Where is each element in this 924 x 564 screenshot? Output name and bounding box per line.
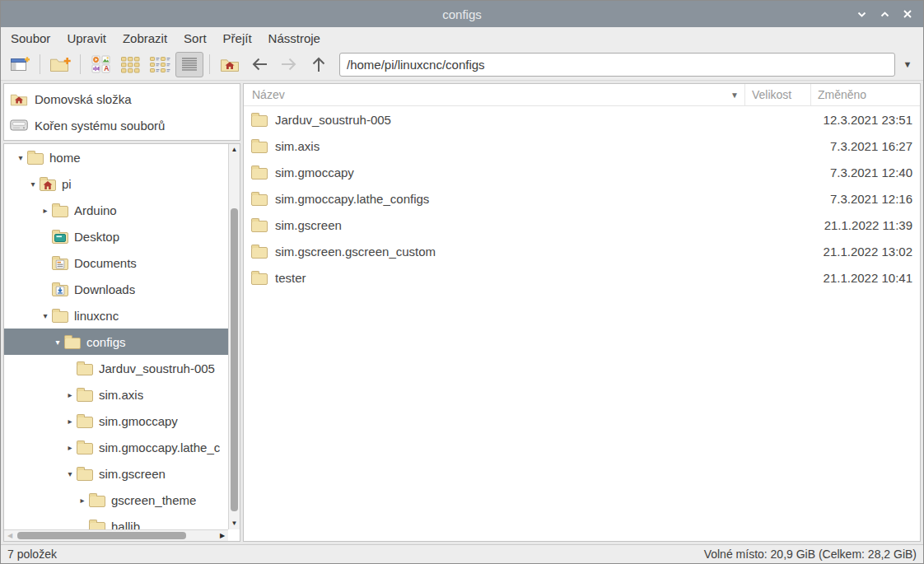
menu-item-zobrazit[interactable]: Zobrazit — [114, 29, 175, 48]
new-window-button[interactable] — [6, 52, 34, 77]
file-row-jarduv-soustruh-005[interactable]: Jarduv_soustruh-00512.3.2021 23:51 — [244, 106, 920, 133]
folder-icon — [77, 469, 93, 481]
vertical-scrollbar-thumb[interactable] — [231, 208, 238, 511]
file-row-tester[interactable]: tester21.1.2022 10:41 — [244, 264, 920, 291]
menu-item-prejit[interactable]: Přejít — [215, 29, 260, 48]
expander-collapsed-icon[interactable]: ▸ — [39, 206, 52, 215]
maximize-button[interactable] — [875, 5, 894, 23]
tree-item-downloads[interactable]: Downloads — [4, 276, 228, 302]
places-list: Domovská složkaKořen systému souborů — [3, 83, 240, 141]
icon-view-icon — [120, 55, 140, 73]
tree-item-label: configs — [86, 335, 126, 349]
column-header-name[interactable]: Název ▼ — [244, 84, 745, 105]
folder-icon — [52, 206, 68, 217]
tree-item-documents[interactable]: Documents — [4, 249, 228, 276]
file-rows: Jarduv_soustruh-00512.3.2021 23:51sim.ax… — [244, 106, 920, 541]
file-row-sim-gscreen[interactable]: sim.gscreen21.1.2022 11:39 — [244, 212, 920, 238]
maximize-icon — [880, 10, 890, 19]
tree-item-sim-axis[interactable]: ▸sim.axis — [4, 381, 228, 408]
column-header-modified[interactable]: Změněno — [811, 84, 920, 105]
horizontal-scrollbar-thumb[interactable] — [17, 532, 186, 539]
tree-item-gscreen-theme[interactable]: ▸gscreen_theme — [4, 487, 228, 513]
menu-item-soubor[interactable]: Soubor — [2, 29, 58, 48]
folder-icon — [77, 390, 93, 402]
tree-item-home[interactable]: ▾home — [4, 144, 228, 170]
tree-item-label: Downloads — [74, 282, 135, 296]
detail-view-button[interactable] — [175, 52, 203, 77]
folder-icon — [251, 115, 268, 127]
file-row-sim-gmoccapy[interactable]: sim.gmoccapy7.3.2021 12:40 — [244, 159, 920, 185]
menu-item-sort[interactable]: Sort — [175, 29, 215, 48]
path-dropdown-button[interactable]: ▼ — [897, 53, 918, 77]
expander-expanded-icon[interactable]: ▾ — [14, 153, 27, 162]
thumbnail-view-icon: A — [91, 55, 110, 73]
menu-item-nasstroje[interactable]: Násstroje — [260, 29, 329, 48]
tree-item-pi[interactable]: ▾pi — [4, 170, 228, 197]
emblem-home — [44, 181, 53, 189]
file-name-label: sim.axis — [275, 139, 320, 153]
tree-item-sim-gscreen[interactable]: ▾sim.gscreen — [4, 460, 228, 487]
home-button[interactable] — [216, 52, 244, 77]
column-header-name-label: Název — [252, 88, 285, 101]
expander-collapsed-icon[interactable]: ▸ — [63, 417, 77, 426]
folder-icon — [77, 364, 93, 375]
expander-expanded-icon[interactable]: ▾ — [39, 311, 52, 320]
compact-view-icon — [149, 55, 170, 73]
file-modified-cell: 7.3.2021 16:27 — [811, 139, 920, 153]
tree-horizontal-scrollbar[interactable]: ◀ ▶ — [4, 529, 228, 541]
up-button[interactable] — [305, 52, 333, 77]
tree-item-desktop[interactable]: Desktop — [4, 223, 228, 249]
tree-item-label: gscreen_theme — [111, 493, 196, 507]
file-modified-cell: 12.3.2021 23:51 — [811, 113, 920, 127]
toolbar-separator — [209, 54, 210, 74]
tree-item-jarduv-soustruh-005[interactable]: Jarduv_soustruh-005 — [4, 355, 228, 381]
column-header-modified-label: Změněno — [818, 88, 866, 101]
file-manager-window: configs SouborUpravitZobrazitSortPřejítN… — [0, 0, 924, 564]
file-row-sim-gscreen-gscreen-custom[interactable]: sim.gscreen.gscreen_custom21.1.2022 13:0… — [244, 238, 920, 264]
minimize-icon — [856, 10, 867, 19]
file-row-sim-axis[interactable]: sim.axis7.3.2021 16:27 — [244, 133, 920, 159]
close-button[interactable] — [898, 5, 917, 23]
status-bar: 7 položek Volné místo: 20,9 GiB (Celkem:… — [1, 544, 923, 563]
forward-button[interactable] — [275, 52, 303, 77]
tree-item-sim-gmoccapy[interactable]: ▸sim.gmoccapy — [4, 408, 228, 434]
compact-view-button[interactable] — [146, 52, 174, 77]
thumbnail-view-button[interactable]: A — [86, 52, 114, 77]
expander-expanded-icon[interactable]: ▾ — [63, 469, 77, 478]
scroll-up-icon[interactable]: ▲ — [229, 145, 240, 155]
file-name-cell: sim.gmoccapy.lathe_configs — [244, 192, 745, 206]
expander-expanded-icon[interactable]: ▾ — [26, 179, 40, 189]
expander-collapsed-icon[interactable]: ▸ — [76, 496, 89, 505]
tree-item-configs[interactable]: ▾configs — [4, 329, 228, 355]
tree-item-arduino[interactable]: ▸Arduino — [4, 197, 228, 223]
folder-documents-icon — [52, 259, 68, 270]
minimize-button[interactable] — [852, 5, 870, 23]
title-bar[interactable]: configs — [1, 1, 923, 27]
icon-view-button[interactable] — [116, 52, 144, 77]
back-button[interactable] — [245, 52, 273, 77]
place-item-koren-systemu-souboru[interactable]: Kořen systému souborů — [4, 112, 240, 138]
tree-item-hallib[interactable]: hallib — [4, 513, 228, 529]
place-item-domovska-slozka[interactable]: Domovská složka — [4, 86, 240, 112]
tree-item-label: home — [49, 151, 81, 165]
scroll-left-icon[interactable]: ◀ — [5, 530, 15, 541]
path-input[interactable] — [339, 53, 895, 77]
toolbar-separator — [80, 54, 81, 74]
expander-collapsed-icon[interactable]: ▸ — [63, 443, 77, 452]
expander-expanded-icon[interactable]: ▾ — [51, 338, 64, 347]
tree-item-sim-gmoccapy-lathe-c[interactable]: ▸sim.gmoccapy.lathe_c — [4, 434, 228, 460]
column-header-size[interactable]: Velikost — [745, 84, 811, 105]
tree-item-linuxcnc[interactable]: ▾linuxcnc — [4, 302, 228, 329]
menu-item-upravit[interactable]: Upravit — [58, 29, 114, 48]
file-row-sim-gmoccapy-lathe-configs[interactable]: sim.gmoccapy.lathe_configs7.3.2021 12:16 — [244, 185, 920, 212]
new-folder-icon — [49, 56, 72, 73]
home-folder-icon — [10, 91, 28, 107]
new-folder-button[interactable] — [46, 52, 74, 77]
scroll-right-icon[interactable]: ▶ — [217, 530, 227, 541]
expander-collapsed-icon[interactable]: ▸ — [63, 390, 77, 399]
place-label: Kořen systému souborů — [35, 119, 165, 133]
tree-vertical-scrollbar[interactable]: ▲ ▼ — [228, 144, 240, 529]
tree-item-label: Arduino — [74, 203, 117, 217]
tree-item-label: sim.gmoccapy — [99, 414, 178, 428]
scroll-down-icon[interactable]: ▼ — [229, 519, 240, 529]
